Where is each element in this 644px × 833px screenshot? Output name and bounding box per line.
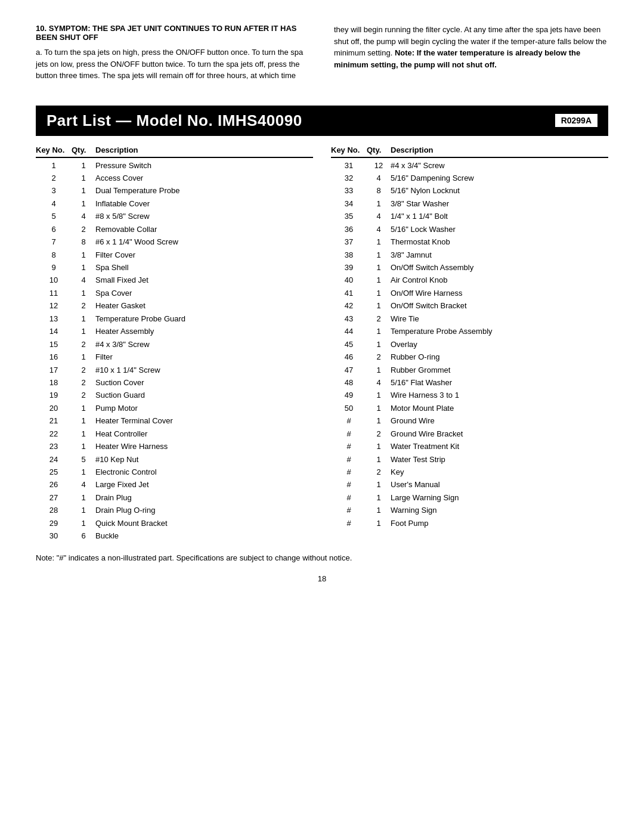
part-keyno: 4 bbox=[36, 197, 72, 210]
part-keyno: # bbox=[331, 453, 367, 466]
table-row: 2 1 Access Cover bbox=[36, 172, 313, 184]
part-desc: Wire Tie bbox=[391, 312, 608, 325]
part-keyno: 43 bbox=[331, 312, 367, 325]
part-qty: 8 bbox=[72, 236, 95, 248]
part-qty: 4 bbox=[367, 223, 391, 236]
table-row: 12 2 Heater Gasket bbox=[36, 299, 313, 312]
part-keyno: 9 bbox=[36, 261, 72, 274]
part-qty: 1 bbox=[367, 197, 391, 210]
part-desc: Removable Collar bbox=[95, 223, 313, 236]
table-row: 23 1 Heater Wire Harness bbox=[36, 440, 313, 453]
left-column: 10. SYMPTOM: THE SPA JET UNIT CONTINUES … bbox=[36, 24, 310, 82]
table-row: 10 4 Small Fixed Jet bbox=[36, 274, 313, 286]
part-desc: Filter bbox=[95, 351, 313, 363]
table-row: 38 1 3/8" Jamnut bbox=[331, 249, 608, 261]
part-qty: 4 bbox=[367, 210, 391, 222]
part-qty: 1 bbox=[367, 364, 391, 376]
part-qty: 4 bbox=[72, 478, 95, 491]
right-body: they will begin running the filter cycle… bbox=[334, 24, 608, 70]
part-desc: On/Off Switch Bracket bbox=[391, 299, 608, 312]
table-row: 17 2 #10 x 1 1/4" Screw bbox=[36, 364, 313, 376]
part-keyno: 17 bbox=[36, 364, 72, 376]
part-qty: 5 bbox=[72, 453, 95, 466]
part-keyno: # bbox=[331, 517, 367, 529]
table-row: 37 1 Thermostat Knob bbox=[331, 236, 608, 248]
right-parts-column: Key No. Qty. Description 31 12 #4 x 3/4"… bbox=[331, 145, 608, 543]
part-desc: Thermostat Knob bbox=[391, 236, 608, 248]
part-qty: 1 bbox=[72, 402, 95, 414]
right-header-keyno: Key No. bbox=[331, 145, 367, 154]
part-qty: 1 bbox=[367, 299, 391, 312]
part-desc: Spa Shell bbox=[95, 261, 313, 274]
col-divider bbox=[313, 145, 331, 543]
part-keyno: 16 bbox=[36, 351, 72, 363]
part-list-title: Part List — Model No. IMHS40090 bbox=[47, 112, 302, 130]
part-qty: 12 bbox=[367, 159, 391, 172]
part-desc: Key bbox=[391, 466, 608, 478]
right-header-desc: Description bbox=[391, 145, 608, 154]
part-desc: User's Manual bbox=[391, 478, 608, 491]
part-desc: 5/16" Dampening Screw bbox=[391, 172, 608, 184]
part-qty: 1 bbox=[72, 261, 95, 274]
part-keyno: 26 bbox=[36, 478, 72, 491]
right-column: they will begin running the filter cycle… bbox=[334, 24, 608, 82]
table-row: 5 4 #8 x 5/8" Screw bbox=[36, 210, 313, 222]
table-row: 49 1 Wire Harness 3 to 1 bbox=[331, 389, 608, 401]
right-header-qty: Qty. bbox=[367, 145, 391, 154]
table-row: 26 4 Large Fixed Jet bbox=[36, 478, 313, 491]
part-desc: Overlay bbox=[391, 338, 608, 351]
part-keyno: 31 bbox=[331, 159, 367, 172]
table-row: 39 1 On/Off Switch Assembly bbox=[331, 261, 608, 274]
part-qty: 1 bbox=[72, 312, 95, 325]
table-row: 29 1 Quick Mount Bracket bbox=[36, 517, 313, 529]
part-qty: 2 bbox=[72, 338, 95, 351]
part-qty: 1 bbox=[72, 287, 95, 299]
part-keyno: 18 bbox=[36, 376, 72, 389]
part-desc: Motor Mount Plate bbox=[391, 402, 608, 414]
part-keyno: 21 bbox=[36, 414, 72, 427]
part-desc: 5/16" Lock Washer bbox=[391, 223, 608, 236]
part-desc: #10 Kep Nut bbox=[95, 453, 313, 466]
page-number: 18 bbox=[36, 574, 608, 583]
table-row: 7 8 #6 x 1 1/4" Wood Screw bbox=[36, 236, 313, 248]
part-desc: Warning Sign bbox=[391, 504, 608, 516]
symptom-body: a. To turn the spa jets on high, press t… bbox=[36, 47, 310, 82]
part-qty: 1 bbox=[367, 517, 391, 529]
table-row: 44 1 Temperature Probe Assembly bbox=[331, 325, 608, 337]
part-desc: 5/16" Flat Washer bbox=[391, 376, 608, 389]
table-row: # 1 Warning Sign bbox=[331, 504, 608, 516]
note-text: Note: "#" indicates a non-illustrated pa… bbox=[36, 553, 608, 562]
table-row: 36 4 5/16" Lock Washer bbox=[331, 223, 608, 236]
left-parts-column: Key No. Qty. Description 1 1 Pressure Sw… bbox=[36, 145, 313, 543]
part-keyno: # bbox=[331, 491, 367, 504]
part-desc: Buckle bbox=[95, 529, 313, 542]
part-desc: Drain Plug O-ring bbox=[95, 504, 313, 516]
part-qty: 4 bbox=[367, 376, 391, 389]
parts-table: Key No. Qty. Description 1 1 Pressure Sw… bbox=[36, 145, 608, 543]
part-desc: Heater Terminal Cover bbox=[95, 414, 313, 427]
symptom-title: 10. SYMPTOM: THE SPA JET UNIT CONTINUES … bbox=[36, 24, 310, 42]
table-row: 24 5 #10 Kep Nut bbox=[36, 453, 313, 466]
part-desc: Heater Assembly bbox=[95, 325, 313, 337]
part-qty: 1 bbox=[367, 453, 391, 466]
part-qty: 1 bbox=[72, 351, 95, 363]
part-keyno: 46 bbox=[331, 351, 367, 363]
left-parts-rows: 1 1 Pressure Switch 2 1 Access Cover 3 1… bbox=[36, 159, 313, 543]
part-qty: 1 bbox=[367, 249, 391, 261]
table-row: 34 1 3/8" Star Washer bbox=[331, 197, 608, 210]
part-keyno: 40 bbox=[331, 274, 367, 286]
part-desc: Water Treatment Kit bbox=[391, 440, 608, 453]
part-desc: Heater Gasket bbox=[95, 299, 313, 312]
part-qty: 1 bbox=[72, 428, 95, 440]
part-qty: 2 bbox=[367, 428, 391, 440]
part-desc: Electronic Control bbox=[95, 466, 313, 478]
part-keyno: 28 bbox=[36, 504, 72, 516]
table-row: 47 1 Rubber Grommet bbox=[331, 364, 608, 376]
right-parts-rows: 31 12 #4 x 3/4" Screw 32 4 5/16" Dampeni… bbox=[331, 159, 608, 530]
part-qty: 1 bbox=[367, 287, 391, 299]
part-desc: Temperature Probe Assembly bbox=[391, 325, 608, 337]
part-keyno: 37 bbox=[331, 236, 367, 248]
part-qty: 1 bbox=[367, 261, 391, 274]
part-keyno: 49 bbox=[331, 389, 367, 401]
part-keyno: 10 bbox=[36, 274, 72, 286]
